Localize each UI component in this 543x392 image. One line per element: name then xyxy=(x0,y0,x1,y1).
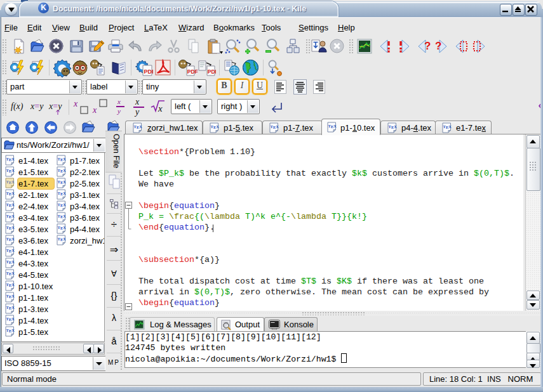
svg-text:x: x xyxy=(158,103,163,114)
svg-text:?: ? xyxy=(435,40,441,52)
svg-text:PDF: PDF xyxy=(144,69,154,75)
svg-text:PDF: PDF xyxy=(208,69,216,75)
svg-text:?: ? xyxy=(424,40,431,52)
